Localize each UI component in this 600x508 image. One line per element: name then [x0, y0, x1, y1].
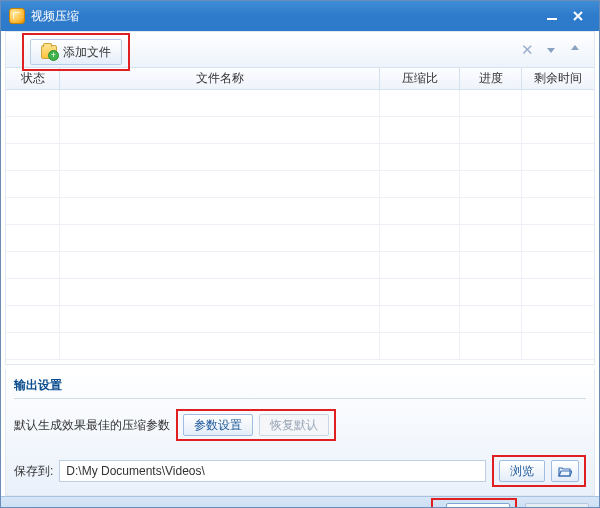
- table-row: [6, 171, 594, 198]
- output-settings-panel: 输出设置 默认生成效果最佳的压缩参数 参数设置 恢复默认 保存到: D:\My …: [5, 369, 595, 496]
- save-line: 保存到: D:\My Documents\Videos\ 浏览: [14, 455, 586, 487]
- table-row: [6, 90, 594, 117]
- footer-bar: 完成后自动关机 开始 停止: [1, 496, 599, 508]
- browse-button[interactable]: 浏览: [499, 460, 545, 482]
- col-ratio[interactable]: 压缩比: [380, 68, 460, 89]
- table-row: [6, 333, 594, 360]
- remove-icon[interactable]: ✕: [518, 41, 536, 59]
- move-down-icon[interactable]: [542, 42, 560, 58]
- table-row: [6, 279, 594, 306]
- stop-button[interactable]: 停止: [525, 503, 589, 509]
- param-hint: 默认生成效果最佳的压缩参数: [14, 417, 170, 434]
- close-button[interactable]: [565, 7, 591, 25]
- save-to-label: 保存到:: [14, 463, 53, 480]
- add-file-label: 添加文件: [63, 44, 111, 61]
- toolbar: 添加文件 ✕: [6, 32, 594, 68]
- param-line: 默认生成效果最佳的压缩参数 参数设置 恢复默认: [14, 409, 586, 441]
- highlight-start: 开始: [431, 498, 517, 509]
- highlight-add-file: 添加文件: [22, 33, 130, 71]
- minimize-button[interactable]: [539, 7, 565, 25]
- table-header: 状态 文件名称 压缩比 进度 剩余时间: [6, 68, 594, 90]
- file-list-panel: 添加文件 ✕ 状态 文件名称 压缩比 进度 剩余时间: [5, 31, 595, 365]
- table-row: [6, 117, 594, 144]
- table-row: [6, 252, 594, 279]
- col-progress[interactable]: 进度: [460, 68, 522, 89]
- table-row: [6, 144, 594, 171]
- save-path-field[interactable]: D:\My Documents\Videos\: [59, 460, 486, 482]
- open-folder-button[interactable]: [551, 460, 579, 482]
- table-row: [6, 225, 594, 252]
- highlight-param-buttons: 参数设置 恢复默认: [176, 409, 336, 441]
- highlight-browse: 浏览: [492, 455, 586, 487]
- open-folder-icon: [558, 465, 572, 477]
- param-settings-button[interactable]: 参数设置: [183, 414, 253, 436]
- folder-add-icon: [41, 45, 57, 59]
- title-bar: 视频压缩: [1, 1, 599, 31]
- add-file-button[interactable]: 添加文件: [30, 39, 122, 65]
- table-row: [6, 198, 594, 225]
- restore-default-button[interactable]: 恢复默认: [259, 414, 329, 436]
- col-name[interactable]: 文件名称: [60, 68, 380, 89]
- table-body: [6, 90, 594, 364]
- col-time[interactable]: 剩余时间: [522, 68, 594, 89]
- move-up-icon[interactable]: [566, 42, 584, 58]
- start-button[interactable]: 开始: [446, 503, 510, 509]
- svg-rect-0: [547, 18, 557, 20]
- output-section-title: 输出设置: [14, 373, 586, 399]
- app-logo-icon: [9, 8, 25, 24]
- table-row: [6, 306, 594, 333]
- window-title: 视频压缩: [31, 8, 79, 25]
- col-status[interactable]: 状态: [6, 68, 60, 89]
